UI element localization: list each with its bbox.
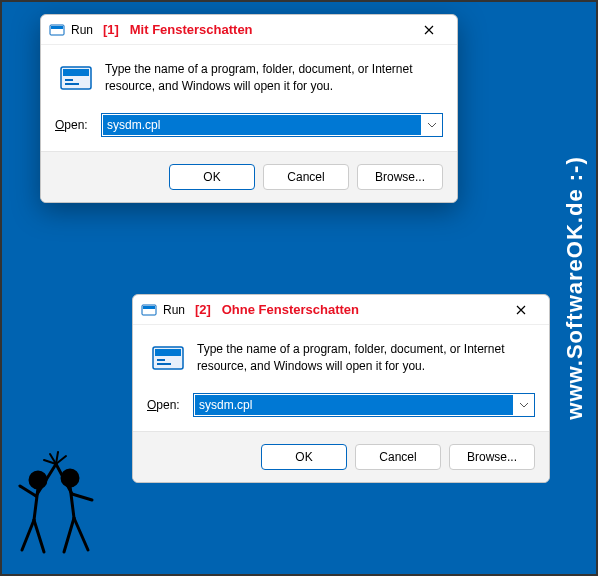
browse-button[interactable]: Browse... — [449, 444, 535, 470]
svg-rect-1 — [51, 26, 63, 29]
run-program-icon — [59, 61, 93, 95]
svg-rect-3 — [63, 69, 89, 76]
close-button[interactable] — [407, 16, 451, 44]
chevron-down-icon[interactable] — [514, 403, 534, 408]
chevron-down-icon[interactable] — [422, 123, 442, 128]
svg-rect-9 — [155, 349, 181, 356]
titlebar[interactable]: Run [2] Ohne Fensterschatten — [133, 295, 549, 325]
ok-button[interactable]: OK — [169, 164, 255, 190]
dialog-description: Type the name of a program, folder, docu… — [197, 341, 535, 375]
open-label: Open: — [147, 398, 183, 412]
browse-button[interactable]: Browse... — [357, 164, 443, 190]
svg-line-21 — [74, 518, 88, 550]
dialog-body: Type the name of a program, folder, docu… — [41, 45, 457, 151]
run-program-icon — [151, 341, 185, 375]
annotation-label: [1] Mit Fensterschatten — [103, 22, 253, 37]
run-title-icon — [49, 22, 65, 38]
svg-rect-5 — [65, 83, 79, 85]
svg-line-15 — [34, 520, 44, 552]
open-combobox[interactable] — [193, 393, 535, 417]
dialog-title: Run — [163, 303, 185, 317]
side-watermark: www.SoftwareOK.de :-) — [562, 156, 588, 419]
svg-line-14 — [22, 520, 34, 550]
svg-line-23 — [72, 494, 92, 500]
annotation-label: [2] Ohne Fensterschatten — [195, 302, 359, 317]
run-title-icon — [141, 302, 157, 318]
svg-rect-10 — [157, 359, 165, 361]
button-bar: OK Cancel Browse... — [41, 151, 457, 202]
close-button[interactable] — [499, 296, 543, 324]
open-input[interactable] — [195, 395, 513, 415]
run-dialog-shadowed: Run [1] Mit Fensterschatten Type the nam… — [40, 14, 458, 203]
svg-line-20 — [64, 518, 74, 552]
ok-button[interactable]: OK — [261, 444, 347, 470]
cancel-button[interactable]: Cancel — [355, 444, 441, 470]
dialog-description: Type the name of a program, folder, docu… — [105, 61, 443, 95]
cancel-button[interactable]: Cancel — [263, 164, 349, 190]
svg-rect-11 — [157, 363, 171, 365]
button-bar: OK Cancel Browse... — [133, 431, 549, 482]
run-dialog-flat: Run [2] Ohne Fensterschatten Type the na… — [132, 294, 550, 483]
dialog-title: Run — [71, 23, 93, 37]
stick-figures-graphic — [14, 450, 104, 560]
open-input[interactable] — [103, 115, 421, 135]
svg-rect-4 — [65, 79, 73, 81]
svg-rect-7 — [143, 306, 155, 309]
dialog-body: Type the name of a program, folder, docu… — [133, 325, 549, 431]
open-label: Open: — [55, 118, 91, 132]
titlebar[interactable]: Run [1] Mit Fensterschatten — [41, 15, 457, 45]
open-combobox[interactable] — [101, 113, 443, 137]
